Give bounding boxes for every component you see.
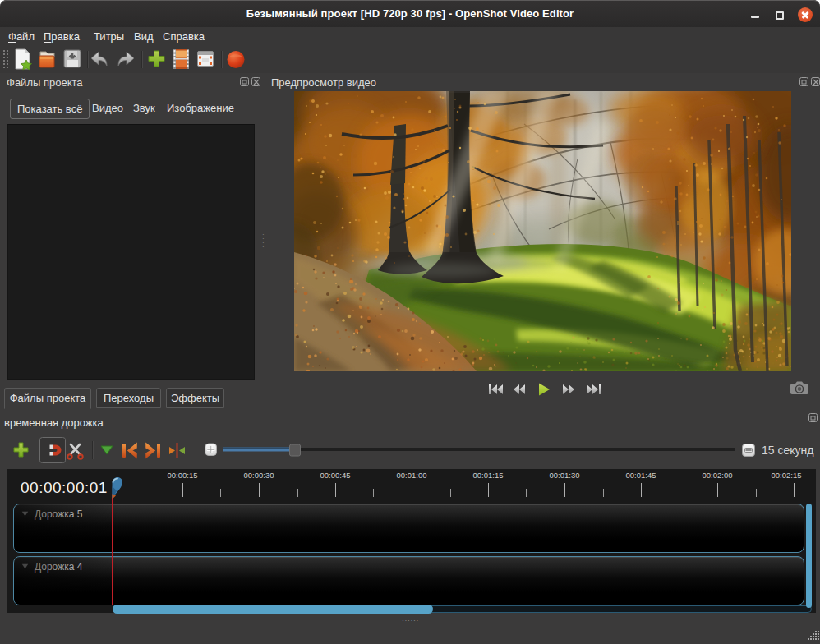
svg-text:00:00:30: 00:00:30 — [244, 471, 274, 480]
svg-text:00:00:45: 00:00:45 — [320, 471, 351, 480]
svg-text:00:00:15: 00:00:15 — [168, 471, 198, 480]
svg-text:00:02:15: 00:02:15 — [772, 471, 802, 480]
svg-text:00:01:15: 00:01:15 — [473, 471, 504, 480]
svg-text:15 секунд: 15 секунд — [762, 444, 813, 457]
svg-text:00:01:45: 00:01:45 — [626, 471, 656, 480]
svg-text:00:02:00: 00:02:00 — [703, 471, 733, 480]
svg-text:00:01:30: 00:01:30 — [550, 471, 580, 480]
svg-text:00:01:00: 00:01:00 — [397, 471, 427, 480]
